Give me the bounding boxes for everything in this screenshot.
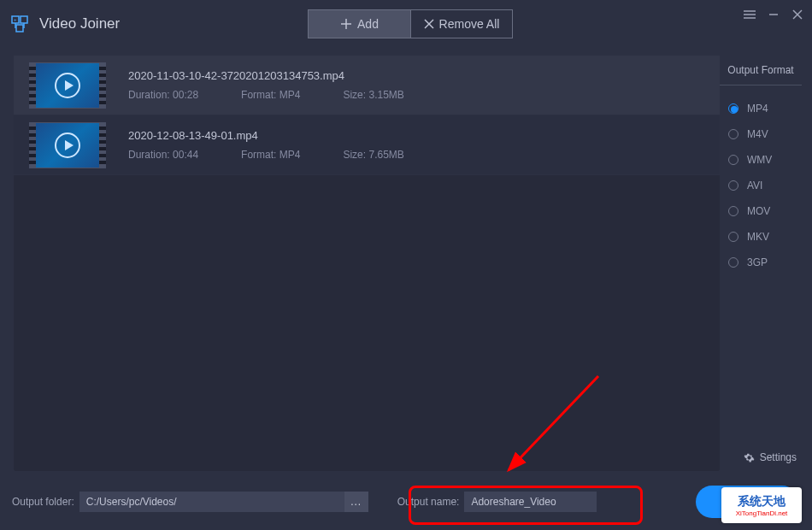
video-thumbnail[interactable] — [29, 122, 106, 168]
radio-icon — [728, 103, 738, 114]
x-icon — [424, 19, 434, 29]
browse-button[interactable]: ... — [344, 492, 368, 512]
close-button[interactable] — [791, 9, 803, 21]
output-name-label: Output name: — [397, 496, 460, 508]
svg-rect-2 — [16, 25, 23, 32]
output-name-input[interactable] — [464, 492, 597, 512]
file-format: Format: MP4 — [241, 89, 300, 101]
output-folder-label: Output folder: — [12, 496, 74, 508]
file-size: Size: 7.65MB — [343, 149, 403, 161]
file-row[interactable]: 2020-12-08-13-49-01.mp4 Duration: 00:44 … — [14, 115, 720, 175]
format-option-mkv[interactable]: MKV — [720, 224, 802, 250]
format-option-wmv[interactable]: WMV — [720, 147, 802, 173]
gear-icon — [744, 452, 755, 463]
file-duration: Duration: 00:28 — [128, 89, 198, 101]
format-option-mov[interactable]: MOV — [720, 198, 802, 224]
plus-icon — [340, 18, 352, 30]
radio-icon — [728, 180, 738, 191]
radio-icon — [728, 129, 738, 139]
svg-text:+: + — [14, 17, 17, 22]
file-row[interactable]: 2020-11-03-10-42-3720201203134753.mp4 Du… — [14, 56, 720, 115]
settings-label: Settings — [760, 451, 797, 463]
radio-icon — [728, 257, 738, 268]
radio-icon — [728, 232, 738, 242]
watermark: 系统天地 XiTongTianDi.net — [721, 487, 802, 523]
bottom-bar: Output folder: ... Output name: — [0, 487, 812, 516]
format-option-3gp[interactable]: 3GP — [720, 250, 802, 275]
file-duration: Duration: 00:44 — [128, 149, 198, 161]
file-name: 2020-12-08-13-49-01.mp4 — [128, 129, 704, 142]
format-option-avi[interactable]: AVI — [720, 173, 802, 198]
output-format-panel: Output Format MP4 M4V WMV AVI MOV MKV 3G… — [720, 56, 802, 275]
file-list: 2020-11-03-10-42-3720201203134753.mp4 Du… — [14, 56, 720, 471]
file-size: Size: 3.15MB — [343, 89, 403, 101]
radio-icon — [728, 155, 738, 165]
menu-icon[interactable] — [744, 9, 756, 21]
file-format: Format: MP4 — [241, 149, 300, 161]
app-logo-icon: + — [10, 14, 31, 34]
remove-all-label: Remove All — [439, 17, 500, 31]
format-option-mp4[interactable]: MP4 — [720, 96, 802, 121]
video-thumbnail[interactable] — [29, 62, 106, 109]
output-format-header: Output Format — [720, 56, 802, 85]
app-title: Video Joiner — [39, 15, 120, 32]
add-button-label: Add — [357, 17, 379, 31]
play-icon — [55, 73, 80, 98]
file-name: 2020-11-03-10-42-3720201203134753.mp4 — [128, 69, 704, 82]
output-folder-input[interactable] — [79, 492, 344, 512]
radio-icon — [728, 206, 738, 216]
remove-all-button[interactable]: Remove All — [410, 9, 513, 38]
format-option-m4v[interactable]: M4V — [720, 121, 802, 147]
settings-link[interactable]: Settings — [744, 451, 797, 463]
add-button[interactable]: Add — [308, 9, 410, 38]
titlebar: + Video Joiner Add Remove All — [0, 0, 812, 47]
play-icon — [55, 132, 80, 158]
svg-rect-1 — [21, 16, 27, 23]
minimize-button[interactable] — [768, 9, 780, 21]
